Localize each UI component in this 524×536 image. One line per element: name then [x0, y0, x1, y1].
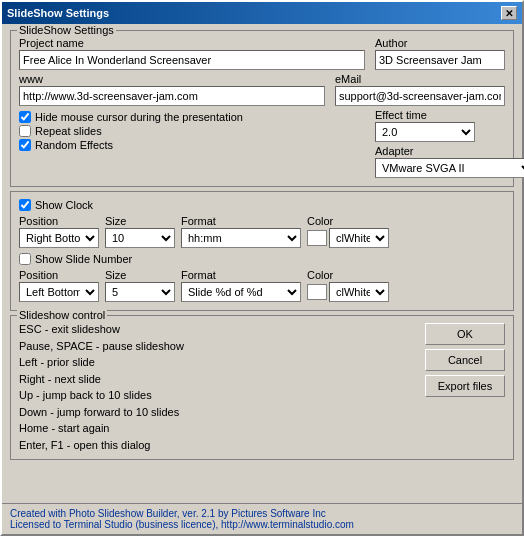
show-clock-row: Show Clock [19, 199, 505, 211]
footer-line2: Licensed to Terminal Studio (business li… [10, 519, 514, 530]
author-label: Author [375, 37, 505, 49]
control-line-5: Up - jump back to 10 slides [19, 387, 419, 404]
effect-time-select[interactable]: 2.0 [375, 122, 475, 142]
slide-color-field: Color clWhite [307, 269, 389, 302]
close-button[interactable]: ✕ [501, 6, 517, 20]
www-col: www [19, 73, 325, 106]
settings-group: SlideShow Settings Project name Author w… [10, 30, 514, 187]
slide-position-label: Position [19, 269, 99, 281]
email-col: eMail [335, 73, 505, 106]
clock-color-select[interactable]: clWhite [329, 228, 389, 248]
repeat-slides-checkbox[interactable] [19, 125, 31, 137]
project-row: Project name Author [19, 37, 505, 70]
project-name-input[interactable] [19, 50, 365, 70]
project-name-col: Project name [19, 37, 365, 70]
show-slide-number-label: Show Slide Number [35, 253, 132, 265]
control-section: Slideshow control ESC - exit slideshow P… [10, 315, 514, 460]
slide-color-label: Color [307, 269, 389, 281]
repeat-slides-row: Repeat slides [19, 125, 365, 137]
show-clock-label: Show Clock [35, 199, 93, 211]
www-label: www [19, 73, 325, 85]
slide-position-field: Position Left Bottom [19, 269, 99, 302]
control-line-6: Down - jump forward to 10 slides [19, 404, 419, 421]
clock-position-field: Position Right Bottom [19, 215, 99, 248]
checkboxes-row: Hide mouse cursor during the presentatio… [19, 109, 505, 178]
control-with-buttons: ESC - exit slideshow Pause, SPACE - paus… [19, 321, 505, 453]
slide-color-box: clWhite [307, 282, 389, 302]
author-col: Author [375, 37, 505, 70]
settings-group-label: SlideShow Settings [17, 24, 116, 36]
slide-format-select[interactable]: Slide %d of %d [181, 282, 301, 302]
control-line-7: Home - start again [19, 420, 419, 437]
effect-time-field: Effect time 2.0 [375, 109, 505, 142]
slide-position-select[interactable]: Left Bottom [19, 282, 99, 302]
slide-format-field: Format Slide %d of %d [181, 269, 301, 302]
clock-section: Show Clock Position Right Bottom Size 10… [10, 191, 514, 311]
hide-mouse-label: Hide mouse cursor during the presentatio… [35, 111, 243, 123]
title-bar: SlideShow Settings ✕ [2, 2, 522, 24]
www-row: www eMail [19, 73, 505, 106]
control-line-8: Enter, F1 - open this dialog [19, 437, 419, 454]
slide-format-label: Format [181, 269, 301, 281]
author-input[interactable] [375, 50, 505, 70]
project-name-label: Project name [19, 37, 365, 49]
main-window: SlideShow Settings ✕ SlideShow Settings … [0, 0, 524, 536]
clock-format-field: Format hh:mm [181, 215, 301, 248]
checkboxes-col: Hide mouse cursor during the presentatio… [19, 109, 365, 178]
control-label: Slideshow control [17, 309, 107, 321]
control-line-2: Pause, SPACE - pause slideshow [19, 338, 419, 355]
hide-mouse-checkbox[interactable] [19, 111, 31, 123]
show-slide-number-row: Show Slide Number [19, 253, 505, 265]
random-effects-row: Random Effects [19, 139, 365, 151]
export-button[interactable]: Export files [425, 375, 505, 397]
slide-size-select[interactable]: 5 [105, 282, 175, 302]
effect-adapter-col: Effect time 2.0 Adapter VMware SVGA II [375, 109, 505, 178]
slide-color-select[interactable]: clWhite [329, 282, 389, 302]
www-input[interactable] [19, 86, 325, 106]
clock-color-label: Color [307, 215, 389, 227]
clock-size-field: Size 10 [105, 215, 175, 248]
cancel-button[interactable]: Cancel [425, 349, 505, 371]
clock-color-field: Color clWhite [307, 215, 389, 248]
clock-size-label: Size [105, 215, 175, 227]
footer: Created with Photo Slideshow Builder, ve… [2, 503, 522, 534]
effect-time-label: Effect time [375, 109, 505, 121]
random-effects-label: Random Effects [35, 139, 113, 151]
clock-size-select[interactable]: 10 [105, 228, 175, 248]
adapter-label: Adapter [375, 145, 505, 157]
clock-position-select[interactable]: Right Bottom [19, 228, 99, 248]
content-area: SlideShow Settings Project name Author w… [2, 24, 522, 503]
clock-position-label: Position [19, 215, 99, 227]
clock-fields-row: Position Right Bottom Size 10 Format hh:… [19, 215, 505, 248]
email-label: eMail [335, 73, 505, 85]
show-clock-checkbox[interactable] [19, 199, 31, 211]
adapter-select[interactable]: VMware SVGA II [375, 158, 524, 178]
window-title: SlideShow Settings [7, 7, 109, 19]
hide-mouse-row: Hide mouse cursor during the presentatio… [19, 111, 365, 123]
random-effects-checkbox[interactable] [19, 139, 31, 151]
clock-color-box: clWhite [307, 228, 389, 248]
adapter-field: Adapter VMware SVGA II [375, 145, 505, 178]
control-line-1: ESC - exit slideshow [19, 321, 419, 338]
slide-size-field: Size 5 [105, 269, 175, 302]
clock-color-swatch[interactable] [307, 230, 327, 246]
clock-format-select[interactable]: hh:mm [181, 228, 301, 248]
slide-number-fields-row: Position Left Bottom Size 5 Format Slide… [19, 269, 505, 302]
slide-size-label: Size [105, 269, 175, 281]
clock-format-label: Format [181, 215, 301, 227]
footer-line1: Created with Photo Slideshow Builder, ve… [10, 508, 514, 519]
control-line-4: Right - next slide [19, 371, 419, 388]
control-text-area: ESC - exit slideshow Pause, SPACE - paus… [19, 321, 419, 453]
control-line-3: Left - prior slide [19, 354, 419, 371]
action-buttons: OK Cancel Export files [425, 321, 505, 453]
repeat-slides-label: Repeat slides [35, 125, 102, 137]
email-input[interactable] [335, 86, 505, 106]
slide-color-swatch[interactable] [307, 284, 327, 300]
show-slide-number-checkbox[interactable] [19, 253, 31, 265]
ok-button[interactable]: OK [425, 323, 505, 345]
